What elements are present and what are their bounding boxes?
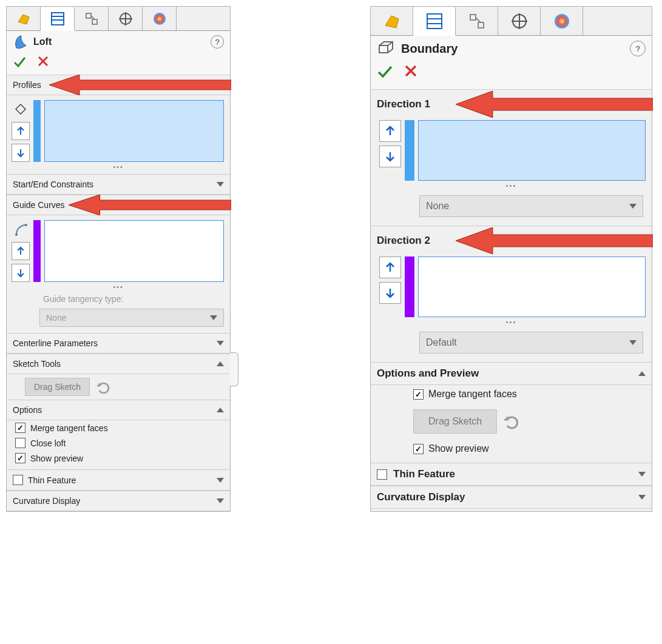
section-curvature-label: Curvature Display [377, 491, 465, 503]
move-up-button[interactable] [379, 257, 401, 278]
chevron-up-icon [638, 102, 646, 107]
profiles-color-bar [33, 100, 41, 162]
profiles-list-body [7, 95, 230, 164]
cancel-icon[interactable] [404, 64, 418, 78]
show-preview-checkbox[interactable] [15, 453, 25, 463]
svg-rect-0 [52, 13, 64, 25]
help-icon[interactable]: ? [211, 35, 224, 49]
section-curvature-header[interactable]: Curvature Display [7, 491, 230, 511]
profile-diamond-icon[interactable] [12, 100, 30, 118]
option-merge-row: Merge tangent faces [7, 420, 230, 435]
section-profiles-header[interactable]: Profiles [7, 75, 230, 95]
tab-appearance-icon[interactable] [143, 7, 177, 30]
dir2-color-bar [405, 257, 414, 317]
guide-curve-icon[interactable] [12, 220, 30, 238]
merge-checkbox[interactable] [413, 389, 424, 400]
ok-cancel-row [7, 53, 230, 75]
chevron-up-icon [638, 238, 646, 243]
move-up-button[interactable] [12, 122, 30, 140]
chevron-down-icon [217, 341, 224, 346]
tab-features-icon[interactable] [371, 7, 413, 35]
undo-icon[interactable] [96, 380, 110, 394]
sketchtools-body: Drag Sketch [7, 374, 230, 400]
svg-rect-21 [478, 22, 484, 28]
option-preview-row: Show preview [371, 440, 652, 463]
svg-marker-13 [16, 104, 25, 114]
show-preview-checkbox[interactable] [413, 444, 424, 454]
undo-icon[interactable] [503, 413, 520, 430]
section-sketchtools-header[interactable]: Sketch Tools [7, 354, 230, 374]
move-down-button[interactable] [12, 144, 30, 162]
section-thin-header[interactable]: Thin Feature [371, 463, 652, 486]
tab-features-icon[interactable] [7, 7, 41, 30]
section-optprev-header[interactable]: Options and Preview [371, 362, 652, 385]
svg-point-16 [25, 224, 27, 226]
tab-dimxpert-icon[interactable] [498, 7, 541, 35]
chevron-down-icon [629, 340, 637, 345]
dir1-constraint-combo[interactable]: None [419, 195, 643, 217]
section-startend-header[interactable]: Start/End Constraints [7, 174, 230, 195]
svg-point-9 [154, 13, 166, 25]
svg-rect-20 [470, 15, 476, 20]
panel-flyout-tab[interactable] [230, 352, 238, 386]
svg-marker-32 [456, 91, 653, 118]
section-guides-label: Guide Curves [13, 200, 65, 210]
merge-checkbox[interactable] [15, 423, 25, 433]
thin-feature-checkbox[interactable] [13, 475, 23, 485]
move-down-button[interactable] [379, 282, 401, 304]
dir1-constraint-value: None [426, 201, 449, 212]
close-loft-label: Close loft [30, 438, 66, 448]
ok-icon[interactable] [377, 64, 393, 79]
help-icon[interactable]: ? [630, 41, 646, 56]
chevron-up-icon [217, 408, 224, 412]
section-guides-header[interactable]: Guide Curves [7, 195, 230, 215]
section-thin-header[interactable]: Thin Feature [7, 469, 230, 491]
dir2-selection-box[interactable] [418, 257, 646, 317]
option-close-row: Close loft [7, 435, 230, 451]
section-curvature-header[interactable]: Curvature Display [371, 486, 652, 509]
section-centerline-header[interactable]: Centerline Parameters [7, 333, 230, 354]
thin-feature-checkbox[interactable] [377, 469, 387, 480]
dir1-selection-box[interactable] [418, 120, 646, 181]
feature-title: Boundary [401, 42, 624, 56]
chevron-up-icon [638, 371, 646, 376]
chevron-down-icon [210, 315, 217, 320]
merge-label: Merge tangent faces [30, 423, 108, 433]
tab-dimxpert-icon[interactable] [109, 7, 143, 30]
show-preview-label: Show preview [30, 454, 83, 463]
section-thin-label: Thin Feature [28, 475, 76, 485]
show-preview-label: Show preview [428, 443, 489, 454]
dir2-constraint-combo[interactable]: Default [419, 332, 643, 354]
profiles-selection-box[interactable] [44, 100, 224, 162]
section-options-header[interactable]: Options [7, 400, 230, 420]
section-dir1-header[interactable]: Direction 1 [371, 90, 652, 115]
svg-rect-4 [92, 19, 97, 24]
cancel-icon[interactable] [37, 55, 49, 67]
move-down-button[interactable] [12, 264, 30, 282]
move-down-button[interactable] [379, 146, 401, 167]
chevron-down-icon [217, 182, 224, 187]
tab-property-manager-icon[interactable] [41, 7, 75, 31]
tab-appearance-icon[interactable] [541, 7, 583, 35]
guides-color-bar [33, 220, 41, 282]
close-loft-checkbox[interactable] [15, 438, 25, 448]
titlebar: Loft ? [7, 31, 230, 53]
dir1-list-body [371, 115, 652, 183]
section-dir1-label: Direction 1 [377, 98, 430, 110]
section-dir2-label: Direction 2 [377, 235, 430, 247]
tab-property-manager-icon[interactable] [413, 7, 456, 36]
svg-rect-3 [86, 13, 91, 18]
tab-configuration-icon[interactable] [456, 7, 498, 35]
guide-tangency-value: None [46, 313, 66, 323]
option-preview-row: Show preview [7, 451, 230, 469]
dir2-constraint-value: Default [426, 337, 457, 348]
guides-selection-box[interactable] [44, 220, 224, 282]
move-up-button[interactable] [379, 120, 401, 142]
sketchtools-body: Drag Sketch [371, 403, 652, 440]
ok-icon[interactable] [13, 55, 26, 69]
tab-configuration-icon[interactable] [75, 7, 109, 30]
move-up-button[interactable] [12, 242, 30, 260]
section-dir2-header[interactable]: Direction 2 [371, 226, 652, 252]
section-thin-label: Thin Feature [393, 468, 455, 480]
dir2-list-body [371, 252, 652, 320]
